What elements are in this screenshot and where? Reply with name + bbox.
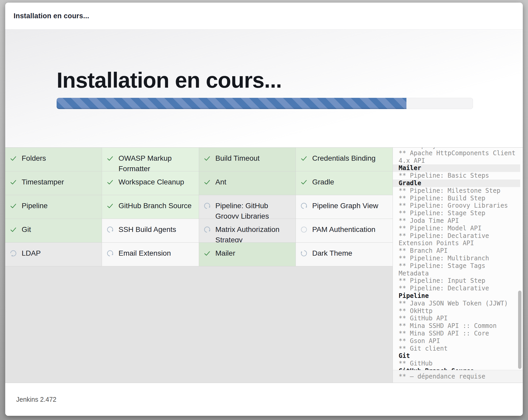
plugin-cell-workspace-cleanup: Workspace Cleanup	[102, 171, 199, 195]
jenkins-version: Jenkins 2.472	[16, 396, 56, 403]
log-plugin-line: Git	[393, 352, 520, 360]
plugin-label: Pipeline: GitHub Groovy Libraries	[215, 201, 292, 219]
log-dependency-line: ** Branch API	[393, 247, 520, 255]
log-dependency-line: ** Pipeline: Input Step	[393, 277, 520, 285]
check-icon	[203, 178, 211, 186]
log-dependency-line: ** Pipeline: Basic Steps	[393, 172, 520, 179]
plugin-cell-ldap: LDAP	[5, 243, 102, 266]
log-dependency-line: ** Java JSON Web Token (JJWT)	[393, 300, 520, 307]
check-icon	[106, 202, 114, 210]
plugin-label: GitHub Branch Source	[118, 201, 191, 211]
plugin-cell-pipeline-graph-view: Pipeline Graph View	[296, 195, 393, 219]
log-dependency-line: ** Git client	[393, 345, 520, 352]
spinner-icon	[300, 249, 308, 257]
setup-wizard-dialog: Installation en cours... Installation en…	[5, 3, 523, 416]
plugin-cell-owasp-markup-formatter: OWASP Markup Formatter	[102, 148, 199, 171]
plugin-label: Dark Theme	[312, 248, 352, 259]
plugin-cell-ssh-build-agents: SSH Build Agents	[102, 219, 199, 243]
spinner-icon	[9, 249, 17, 257]
plugin-cell-ant: Ant	[199, 171, 296, 195]
plugin-cell-matrix-authorization-strategy: Matrix Authorization Strategy	[199, 219, 296, 243]
plugin-cell-gradle: Gradle	[296, 171, 393, 195]
plugin-cell-pipeline: Pipeline	[5, 195, 102, 219]
log-dependency-line: ** Pipeline: Milestone Step	[393, 187, 520, 195]
spinner-icon	[106, 249, 114, 257]
check-icon	[300, 178, 308, 186]
scrollbar-thumb[interactable]	[518, 291, 521, 369]
install-log-list: ** Display URL API** Apache HttpComponen…	[393, 148, 523, 370]
plugin-label: Build Timeout	[215, 153, 260, 164]
log-dependency-line: ** Pipeline: Declarative	[393, 285, 520, 292]
plugin-label: Matrix Authorization Strategy	[215, 224, 292, 243]
log-dependency-line: ** Pipeline: Stage Tags Metadata	[393, 262, 520, 277]
log-dependency-line: ** Mina SSHD API :: Core	[393, 330, 520, 337]
log-dependency-line: ** Pipeline: Model API	[393, 225, 520, 232]
plugin-label: Workspace Cleanup	[118, 177, 184, 187]
plugin-label: Timestamper	[22, 177, 64, 187]
plugin-cell-credentials-binding: Credentials Binding	[296, 148, 393, 171]
plugin-label: PAM Authentication	[312, 224, 375, 235]
log-dependency-line: ** Pipeline: Groovy Libraries	[393, 202, 520, 209]
log-plugin-line: Mailer	[393, 164, 520, 172]
progress-bar-track	[57, 98, 473, 109]
progress-bar-fill	[57, 98, 406, 109]
plugin-cell-mailer: Mailer	[199, 243, 296, 266]
plugin-label: Folders	[22, 153, 46, 164]
log-plugin-line: Pipeline	[393, 292, 520, 300]
dialog-title: Installation en cours...	[14, 12, 89, 20]
progress-section: Installation en cours...	[5, 29, 523, 147]
log-dependency-line: ** Mina SSHD API :: Common	[393, 322, 520, 330]
plugin-label: SSH Build Agents	[118, 224, 176, 235]
plugin-label: Git	[22, 224, 31, 235]
log-plugin-line: GitHub Branch Source	[393, 367, 520, 370]
plugin-label: Credentials Binding	[312, 153, 376, 164]
plugin-cell-email-extension: Email Extension	[102, 243, 199, 266]
plugin-cell-pam-authentication: PAM Authentication	[296, 219, 393, 243]
log-dependency-line: ** GitHub API	[393, 315, 520, 322]
plugin-label: Mailer	[215, 248, 235, 259]
plugin-cell-build-timeout: Build Timeout	[199, 148, 296, 171]
plugin-label: Pipeline Graph View	[312, 201, 378, 211]
plugin-label: Email Extension	[118, 248, 171, 259]
log-dependency-line: ** Gson API	[393, 337, 520, 345]
check-icon	[9, 226, 17, 233]
spinner-icon	[106, 226, 114, 233]
log-dependency-line: ** Pipeline: Build Step	[393, 195, 520, 202]
log-dependency-line: ** Apache HttpComponents Client 4.x API	[393, 149, 520, 165]
spinner-icon	[203, 202, 211, 210]
log-dependency-line: ** Pipeline: Declarative Extension Point…	[393, 232, 520, 247]
check-icon	[203, 249, 211, 257]
plugin-grid: FoldersTimestamperPipelineGitLDAPOWASP M…	[5, 148, 393, 383]
dependency-note: ** – dépendance requise	[393, 370, 523, 383]
plugin-label: Pipeline	[22, 201, 48, 211]
install-log-panel[interactable]: ** Display URL API** Apache HttpComponen…	[393, 148, 523, 383]
log-dependency-line: ** Pipeline: Stage Step	[393, 209, 520, 217]
spinner-icon	[300, 202, 308, 210]
log-plugin-line: Gradle	[393, 179, 520, 187]
log-dependency-line: ** Joda Time API	[393, 217, 520, 225]
log-dependency-line: ** Display URL API	[393, 148, 520, 149]
log-dependency-line: ** OkHttp	[393, 307, 520, 315]
plugin-cell-dark-theme: Dark Theme	[296, 243, 393, 266]
plugin-label: OWASP Markup Formatter	[118, 153, 195, 171]
plugin-cell-timestamper: Timestamper	[5, 171, 102, 195]
check-icon	[9, 178, 17, 186]
check-icon	[9, 154, 17, 162]
pending-circle-icon	[300, 226, 308, 233]
spinner-icon	[203, 226, 211, 233]
check-icon	[300, 154, 308, 162]
log-dependency-line: ** GitHub	[393, 360, 520, 367]
check-icon	[9, 202, 17, 210]
log-dependency-line: ** Pipeline: Multibranch	[393, 255, 520, 262]
page-title: Installation en cours...	[57, 29, 478, 92]
plugin-cell-folders: Folders	[5, 148, 102, 171]
plugin-label: Gradle	[312, 177, 334, 187]
installation-main: FoldersTimestamperPipelineGitLDAPOWASP M…	[5, 147, 523, 383]
check-icon	[203, 154, 211, 162]
plugin-cell-pipeline-github-groovy-libraries: Pipeline: GitHub Groovy Libraries	[199, 195, 296, 219]
dialog-footer: Jenkins 2.472	[5, 383, 523, 416]
dialog-header: Installation en cours...	[5, 3, 523, 29]
plugin-label: Ant	[215, 177, 226, 187]
check-icon	[106, 178, 114, 186]
plugin-cell-github-branch-source: GitHub Branch Source	[102, 195, 199, 219]
